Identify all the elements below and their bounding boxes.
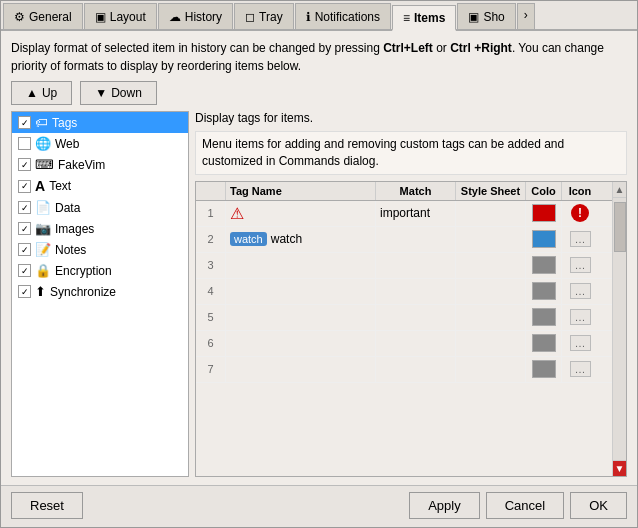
cancel-button[interactable]: Cancel (486, 492, 564, 519)
tab-layout[interactable]: ▣ Layout (84, 3, 157, 29)
tab-tray[interactable]: ◻ Tray (234, 3, 294, 29)
row-3-dots-button[interactable]: … (570, 257, 591, 273)
row-4-icon-cell[interactable]: … (562, 279, 598, 304)
text-checkbox[interactable] (18, 180, 31, 193)
web-checkbox[interactable] (18, 137, 31, 150)
tree-item-data[interactable]: 📄 Data (12, 197, 188, 218)
row-4-color-swatch[interactable] (532, 282, 556, 300)
tree-item-web[interactable]: 🌐 Web (12, 133, 188, 154)
tab-history[interactable]: ☁ History (158, 3, 233, 29)
tab-sho[interactable]: ▣ Sho (457, 3, 515, 29)
row-6-icon-cell[interactable]: … (562, 331, 598, 356)
row-7-color[interactable] (526, 357, 562, 382)
tree-item-images[interactable]: 📷 Images (12, 218, 188, 239)
row-2-tag-name[interactable]: watch watch (226, 227, 376, 252)
table-row: 7 … (196, 357, 612, 383)
row-4-style-sheet[interactable] (456, 279, 526, 304)
table-header: Tag Name Match Style Sheet Colo Icon (196, 182, 612, 201)
tab-more-button[interactable]: › (517, 3, 535, 29)
data-checkbox[interactable] (18, 201, 31, 214)
tab-items[interactable]: ≡ Items (392, 5, 456, 31)
row-6-num: 6 (196, 331, 226, 356)
down-button[interactable]: ▼ Down (80, 81, 157, 105)
row-1-color[interactable] (526, 201, 562, 226)
row-6-tag-name[interactable] (226, 331, 376, 356)
row-7-dots-button[interactable]: … (570, 361, 591, 377)
main-split: 🏷 Tags 🌐 Web ⌨ FakeVim A (11, 111, 627, 477)
row-3-match[interactable] (376, 253, 456, 278)
row-5-color-swatch[interactable] (532, 308, 556, 326)
row-2-color[interactable] (526, 227, 562, 252)
col-tag-name: Tag Name (226, 182, 376, 200)
table-inner: Tag Name Match Style Sheet Colo Icon 1 (196, 182, 612, 476)
images-checkbox[interactable] (18, 222, 31, 235)
table-scrollbar[interactable]: ▲ ▼ (612, 182, 626, 476)
row-6-dots-button[interactable]: … (570, 335, 591, 351)
row-5-icon-cell[interactable]: … (562, 305, 598, 330)
exclamation-icon: ! (571, 204, 589, 222)
synchronize-checkbox[interactable] (18, 285, 31, 298)
row-3-icon-cell[interactable]: … (562, 253, 598, 278)
row-4-tag-name[interactable] (226, 279, 376, 304)
row-6-style-sheet[interactable] (456, 331, 526, 356)
row-2-style-sheet[interactable] (456, 227, 526, 252)
row-1-match[interactable]: important (376, 201, 456, 226)
tags-checkbox[interactable] (18, 116, 31, 129)
row-6-color-swatch[interactable] (532, 334, 556, 352)
row-2-icon-cell[interactable]: … (562, 227, 598, 252)
row-4-dots-button[interactable]: … (570, 283, 591, 299)
up-button[interactable]: ▲ Up (11, 81, 72, 105)
row-6-color[interactable] (526, 331, 562, 356)
tab-general[interactable]: ⚙ General (3, 3, 83, 29)
row-7-tag-name[interactable] (226, 357, 376, 382)
scrollbar-up-arrow[interactable]: ▲ (613, 182, 626, 198)
row-7-match[interactable] (376, 357, 456, 382)
row-1-color-swatch[interactable] (532, 204, 556, 222)
notes-checkbox[interactable] (18, 243, 31, 256)
row-7-icon-cell[interactable]: … (562, 357, 598, 382)
row-4-match[interactable] (376, 279, 456, 304)
row-1-style-sheet[interactable] (456, 201, 526, 226)
right-buttons: Apply Cancel OK (409, 492, 627, 519)
row-2-dots-button[interactable]: … (570, 231, 591, 247)
tree-item-tags[interactable]: 🏷 Tags (12, 112, 188, 133)
ok-button[interactable]: OK (570, 492, 627, 519)
fakevim-checkbox[interactable] (18, 158, 31, 171)
row-5-tag-name[interactable] (226, 305, 376, 330)
row-5-dots-button[interactable]: … (570, 309, 591, 325)
tree-item-notes[interactable]: 📝 Notes (12, 239, 188, 260)
encryption-checkbox[interactable] (18, 264, 31, 277)
synchronize-icon: ⬆ (35, 284, 46, 299)
row-2-match[interactable] (376, 227, 456, 252)
row-7-num: 7 (196, 357, 226, 382)
tags-icon: 🏷 (35, 115, 48, 130)
row-2-color-swatch[interactable] (532, 230, 556, 248)
tree-item-text[interactable]: A Text (12, 175, 188, 197)
row-7-style-sheet[interactable] (456, 357, 526, 382)
tree-item-synchronize[interactable]: ⬆ Synchronize (12, 281, 188, 302)
row-3-color[interactable] (526, 253, 562, 278)
table-row: 5 … (196, 305, 612, 331)
apply-button[interactable]: Apply (409, 492, 480, 519)
reset-button[interactable]: Reset (11, 492, 83, 519)
scrollbar-thumb[interactable] (614, 202, 626, 252)
row-1-icon-cell[interactable]: ! (562, 201, 598, 226)
row-5-color[interactable] (526, 305, 562, 330)
row-5-match[interactable] (376, 305, 456, 330)
row-3-color-swatch[interactable] (532, 256, 556, 274)
up-down-row: ▲ Up ▼ Down (11, 81, 627, 105)
row-1-tag-name[interactable]: ⚠ (226, 201, 376, 226)
scrollbar-down-arrow[interactable]: ▼ (613, 460, 626, 476)
row-6-match[interactable] (376, 331, 456, 356)
tray-icon: ◻ (245, 10, 255, 24)
tab-notifications[interactable]: ℹ Notifications (295, 3, 391, 29)
row-5-style-sheet[interactable] (456, 305, 526, 330)
row-3-style-sheet[interactable] (456, 253, 526, 278)
row-3-tag-name[interactable] (226, 253, 376, 278)
tree-item-encryption[interactable]: 🔒 Encryption (12, 260, 188, 281)
up-arrow-icon: ▲ (26, 86, 38, 100)
encryption-icon: 🔒 (35, 263, 51, 278)
row-4-color[interactable] (526, 279, 562, 304)
tree-item-fakevim[interactable]: ⌨ FakeVim (12, 154, 188, 175)
row-7-color-swatch[interactable] (532, 360, 556, 378)
